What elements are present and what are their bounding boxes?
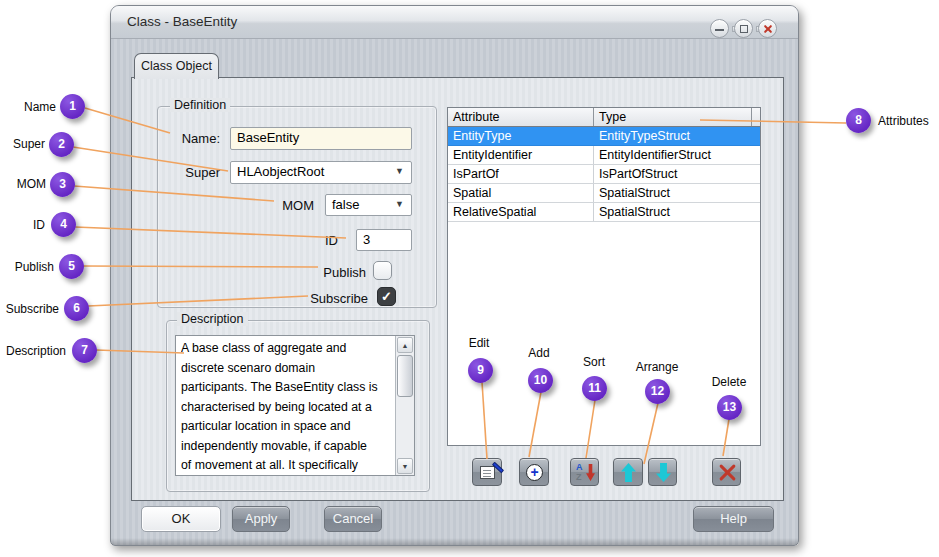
- callout-label-publish: Publish: [0, 260, 54, 274]
- edit-button[interactable]: [472, 458, 502, 486]
- column-header-attribute[interactable]: Attribute: [448, 108, 594, 126]
- callout-badge-9: 9: [468, 358, 493, 383]
- callout-badge-7: 7: [72, 338, 97, 363]
- minimize-button[interactable]: [710, 19, 729, 38]
- dialog-window: Class - BaseEntity Class Object Definiti…: [110, 5, 799, 546]
- scroll-down-icon[interactable]: ▼: [397, 458, 413, 474]
- pen-icon: [492, 462, 504, 474]
- callout-badge-11: 11: [582, 376, 607, 401]
- window-title: Class - BaseEntity: [127, 14, 237, 29]
- super-dropdown[interactable]: HLAobjectRoot ▼: [230, 161, 412, 184]
- callout-label-subscribe: Subscribe: [0, 302, 59, 316]
- column-header-stub: [752, 108, 760, 126]
- edit-icon: [480, 466, 495, 479]
- mom-dropdown[interactable]: false ▼: [325, 194, 412, 216]
- cell-type: EntityTypeStruct: [594, 127, 760, 145]
- description-scrollbar[interactable]: ▲ ▼: [395, 336, 414, 475]
- callout-badge-3: 3: [50, 172, 75, 197]
- arrow-up-icon: [621, 463, 636, 482]
- callout-label-delete: Delete: [705, 375, 753, 389]
- table-row[interactable]: RelativeSpatial SpatialStruct: [448, 203, 760, 222]
- window-bottom-edge: [111, 538, 798, 545]
- arrow-down-icon: [656, 463, 671, 482]
- description-text: A base class of aggregate and discrete s…: [181, 339, 395, 472]
- sort-button[interactable]: A Z: [570, 458, 599, 486]
- callout-badge-13: 13: [717, 395, 742, 420]
- scrollbar-thumb[interactable]: [397, 355, 413, 397]
- name-input[interactable]: BaseEntity: [230, 127, 412, 150]
- description-textarea[interactable]: A base class of aggregate and discrete s…: [175, 335, 415, 476]
- chevron-down-icon: ▼: [395, 199, 404, 209]
- table-row[interactable]: Spatial SpatialStruct: [448, 184, 760, 203]
- check-icon: ✓: [381, 289, 392, 304]
- mom-label: MOM: [252, 198, 314, 213]
- ok-button[interactable]: OK: [141, 506, 221, 532]
- cell-type: SpatialStruct: [594, 184, 760, 202]
- callout-label-super: Super: [0, 137, 45, 151]
- callout-label-attributes: Attributes: [878, 114, 929, 128]
- callout-label-arrange: Arrange: [630, 360, 684, 374]
- callout-label-edit: Edit: [460, 336, 498, 350]
- sort-icon: Z: [576, 472, 582, 482]
- publish-checkbox[interactable]: [373, 261, 392, 280]
- maximize-button[interactable]: [734, 19, 753, 38]
- cell-attribute: Spatial: [448, 184, 594, 202]
- attributes-table-header[interactable]: Attribute Type: [448, 108, 760, 127]
- cell-type: EntityIdentifierStruct: [594, 146, 760, 164]
- chevron-down-icon: ▼: [395, 166, 404, 176]
- callout-label-sort: Sort: [575, 355, 613, 369]
- add-icon: +: [526, 464, 543, 481]
- callout-badge-10: 10: [528, 368, 553, 393]
- cell-type: SpatialStruct: [594, 203, 760, 221]
- subscribe-label: Subscribe: [252, 291, 368, 306]
- callout-badge-1: 1: [60, 94, 85, 119]
- cancel-button[interactable]: Cancel: [324, 506, 382, 532]
- move-down-button[interactable]: [648, 458, 677, 486]
- super-value: HLAobjectRoot: [237, 164, 324, 179]
- id-input[interactable]: 3: [356, 229, 412, 251]
- cell-attribute: EntityType: [448, 127, 594, 145]
- callout-badge-5: 5: [59, 254, 84, 279]
- callout-badge-2: 2: [49, 132, 74, 157]
- apply-button[interactable]: Apply: [232, 506, 290, 532]
- super-label: Super: [160, 165, 220, 180]
- callout-badge-12: 12: [645, 379, 670, 404]
- callout-label-id: ID: [0, 218, 45, 232]
- publish-label: Publish: [262, 265, 366, 280]
- description-group-label: Description: [177, 312, 248, 326]
- id-label: ID: [292, 233, 338, 248]
- help-button[interactable]: Help: [693, 506, 774, 532]
- cell-attribute: IsPartOf: [448, 165, 594, 183]
- description-group: Description A base class of aggregate an…: [166, 320, 430, 492]
- callout-label-mom: MOM: [0, 177, 46, 191]
- table-row[interactable]: EntityIdentifier EntityIdentifierStruct: [448, 146, 760, 165]
- callout-label-name: Name: [0, 100, 56, 114]
- tab-class-object[interactable]: Class Object: [134, 53, 219, 79]
- definition-group-label: Definition: [170, 98, 230, 112]
- cell-type: IsPartOfStruct: [594, 165, 760, 183]
- table-row[interactable]: IsPartOf IsPartOfStruct: [448, 165, 760, 184]
- cell-attribute: RelativeSpatial: [448, 203, 594, 221]
- column-header-type[interactable]: Type: [594, 108, 752, 126]
- sort-icon: A: [576, 462, 583, 472]
- add-button[interactable]: +: [519, 458, 549, 486]
- tab-page: Definition Name: BaseEntity Super HLAobj…: [131, 77, 784, 501]
- minimize-icon: [715, 29, 724, 31]
- scroll-up-icon[interactable]: ▲: [397, 337, 413, 353]
- move-up-button[interactable]: [613, 458, 643, 486]
- sort-arrow-icon: [586, 464, 595, 481]
- callout-badge-6: 6: [64, 296, 89, 321]
- delete-button[interactable]: [712, 458, 741, 486]
- subscribe-checkbox[interactable]: ✓: [377, 287, 396, 306]
- callout-badge-8: 8: [846, 108, 871, 133]
- name-label: Name:: [160, 131, 220, 146]
- callout-label-add: Add: [520, 346, 558, 360]
- callout-badge-4: 4: [51, 212, 76, 237]
- callout-label-description: Description: [0, 344, 66, 358]
- mom-value: false: [332, 197, 359, 212]
- title-bar[interactable]: Class - BaseEntity: [111, 6, 798, 39]
- maximize-icon: [740, 25, 748, 33]
- close-button[interactable]: [758, 19, 777, 38]
- cell-attribute: EntityIdentifier: [448, 146, 594, 164]
- table-row[interactable]: EntityType EntityTypeStruct: [448, 127, 760, 146]
